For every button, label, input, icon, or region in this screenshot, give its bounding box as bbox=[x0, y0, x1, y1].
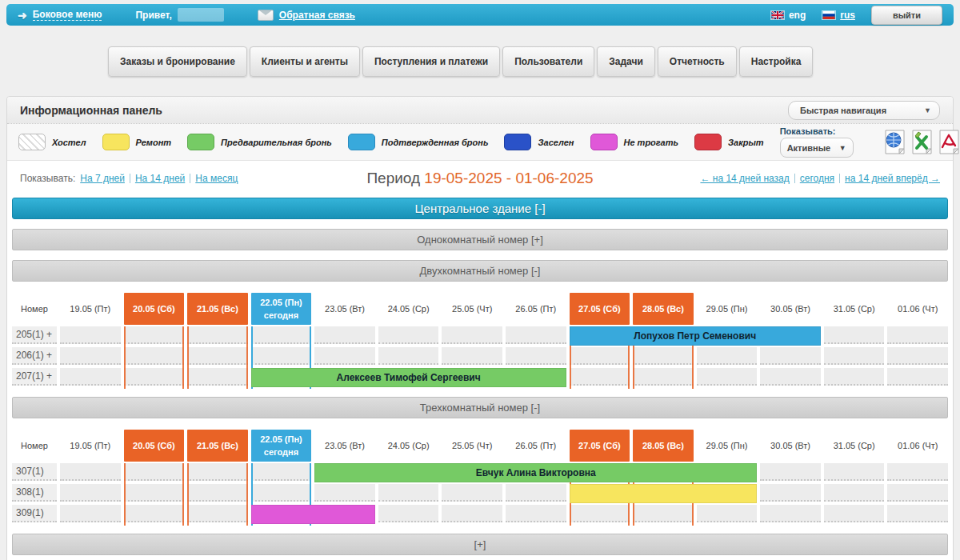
calendar-cell[interactable] bbox=[887, 484, 948, 502]
calendar-cell[interactable] bbox=[760, 463, 821, 481]
section-header-3[interactable]: [+] bbox=[12, 534, 948, 555]
calendar-cell[interactable] bbox=[251, 326, 312, 344]
calendar-cell[interactable] bbox=[760, 484, 821, 502]
calendar-cell[interactable] bbox=[570, 368, 630, 386]
calendar-cell[interactable] bbox=[124, 505, 185, 522]
calendar-cell[interactable] bbox=[570, 505, 630, 522]
calendar-cell[interactable] bbox=[697, 505, 758, 522]
forward-14-days-link[interactable]: на 14 дней вперёд → bbox=[845, 173, 940, 184]
lang-rus-label[interactable]: rus bbox=[840, 10, 855, 21]
calendar-cell[interactable] bbox=[124, 347, 185, 365]
calendar-cell[interactable] bbox=[824, 368, 885, 386]
section-header-2[interactable]: Трехкомнатный номер [-] bbox=[12, 397, 948, 418]
tab-2[interactable]: Поступления и платежи bbox=[362, 46, 500, 77]
quick-navigation-select[interactable]: Быстрая навигация ▼ bbox=[788, 101, 940, 120]
calendar-cell[interactable] bbox=[760, 347, 821, 365]
calendar-cell[interactable] bbox=[887, 505, 948, 522]
calendar-cell[interactable] bbox=[187, 368, 248, 386]
calendar-cell[interactable] bbox=[824, 326, 885, 344]
calendar-cell[interactable] bbox=[442, 484, 502, 502]
booking-bar[interactable]: Евчук Алина Викторовна bbox=[314, 463, 757, 482]
tab-3[interactable]: Пользователи bbox=[502, 46, 594, 77]
calendar-cell[interactable] bbox=[251, 484, 312, 502]
calendar-cell[interactable] bbox=[506, 505, 566, 522]
excel-export-icon[interactable] bbox=[911, 130, 933, 154]
calendar-cell[interactable] bbox=[442, 505, 502, 522]
calendar-cell[interactable] bbox=[824, 484, 885, 502]
lang-eng[interactable]: eng bbox=[770, 10, 806, 21]
calendar-cell[interactable] bbox=[887, 463, 948, 481]
calendar-cell[interactable] bbox=[378, 484, 439, 502]
feedback-label[interactable]: Обратная связь bbox=[279, 10, 355, 21]
room-row-label[interactable]: 308(1) bbox=[12, 484, 57, 502]
calendar-cell[interactable] bbox=[187, 505, 248, 522]
calendar-cell[interactable] bbox=[251, 463, 312, 481]
side-menu-toggle[interactable]: ➜ Боковое меню bbox=[18, 9, 102, 21]
tab-4[interactable]: Задачи bbox=[597, 46, 655, 77]
room-row-label[interactable]: 207(1) + bbox=[12, 368, 57, 386]
calendar-cell[interactable] bbox=[887, 368, 948, 386]
calendar-cell[interactable] bbox=[378, 505, 439, 522]
booking-bar[interactable] bbox=[570, 484, 758, 503]
calendar-cell[interactable] bbox=[506, 484, 566, 502]
side-menu-label[interactable]: Боковое меню bbox=[33, 9, 102, 21]
booking-bar[interactable] bbox=[251, 505, 375, 524]
html-export-icon[interactable] bbox=[884, 130, 906, 154]
room-row-label[interactable]: 307(1) bbox=[12, 463, 57, 481]
back-14-days-link[interactable]: ← на 14 дней назад bbox=[700, 173, 789, 184]
calendar-cell[interactable] bbox=[824, 505, 885, 522]
lang-eng-label[interactable]: eng bbox=[789, 10, 806, 21]
calendar-cell[interactable] bbox=[187, 463, 248, 481]
pdf-export-icon[interactable] bbox=[938, 130, 960, 154]
building-header[interactable]: Центральное здание [-] bbox=[12, 198, 948, 219]
range-7-days-link[interactable]: На 7 дней bbox=[80, 173, 125, 184]
calendar-cell[interactable] bbox=[633, 368, 694, 386]
calendar-cell[interactable] bbox=[251, 347, 312, 365]
calendar-cell[interactable] bbox=[60, 347, 121, 365]
calendar-cell[interactable] bbox=[506, 347, 566, 365]
booking-bar[interactable]: Лопухов Петр Семенович bbox=[570, 326, 821, 346]
calendar-cell[interactable] bbox=[378, 347, 439, 365]
calendar-cell[interactable] bbox=[124, 326, 185, 344]
logout-button[interactable]: выйти bbox=[871, 6, 942, 25]
tab-1[interactable]: Клиенты и агенты bbox=[250, 46, 360, 77]
calendar-cell[interactable] bbox=[60, 505, 121, 522]
calendar-cell[interactable] bbox=[378, 326, 439, 344]
tab-6[interactable]: Настройка bbox=[739, 46, 814, 77]
calendar-cell[interactable] bbox=[442, 326, 502, 344]
calendar-cell[interactable] bbox=[60, 368, 121, 386]
room-row-label[interactable]: 309(1) bbox=[12, 505, 57, 522]
calendar-cell[interactable] bbox=[697, 368, 758, 386]
range-month-link[interactable]: На месяц bbox=[195, 173, 238, 184]
calendar-cell[interactable] bbox=[60, 326, 121, 344]
calendar-cell[interactable] bbox=[124, 484, 185, 502]
room-row-label[interactable]: 206(1) + bbox=[12, 347, 57, 365]
calendar-cell[interactable] bbox=[187, 326, 248, 344]
calendar-cell[interactable] bbox=[314, 347, 375, 365]
calendar-cell[interactable] bbox=[887, 347, 948, 365]
tab-5[interactable]: Отчетность bbox=[658, 46, 737, 77]
tab-0[interactable]: Заказы и бронирование bbox=[108, 46, 247, 77]
booking-bar[interactable]: Алексеев Тимофей Сергеевич bbox=[251, 368, 566, 387]
calendar-cell[interactable] bbox=[506, 326, 566, 344]
calendar-cell[interactable] bbox=[633, 505, 694, 522]
calendar-cell[interactable] bbox=[887, 326, 948, 344]
calendar-cell[interactable] bbox=[824, 347, 885, 365]
section-header-1[interactable]: Двухкомнатный номер [-] bbox=[12, 260, 948, 282]
lang-rus[interactable]: rus bbox=[822, 10, 855, 21]
feedback-link[interactable]: Обратная связь bbox=[258, 10, 355, 21]
calendar-cell[interactable] bbox=[697, 347, 758, 365]
calendar-cell[interactable] bbox=[187, 347, 248, 365]
calendar-cell[interactable] bbox=[314, 326, 375, 344]
section-header-0[interactable]: Однокомнатный номер [+] bbox=[12, 229, 948, 250]
room-row-label[interactable]: 205(1) + bbox=[12, 326, 57, 344]
calendar-cell[interactable] bbox=[442, 347, 502, 365]
calendar-cell[interactable] bbox=[824, 463, 885, 481]
calendar-cell[interactable] bbox=[314, 484, 375, 502]
calendar-cell[interactable] bbox=[60, 484, 121, 502]
calendar-cell[interactable] bbox=[760, 505, 821, 522]
calendar-cell[interactable] bbox=[187, 484, 248, 502]
status-filter-select[interactable]: Активные ▼ bbox=[780, 138, 854, 158]
calendar-cell[interactable] bbox=[60, 463, 121, 481]
calendar-cell[interactable] bbox=[633, 347, 694, 365]
